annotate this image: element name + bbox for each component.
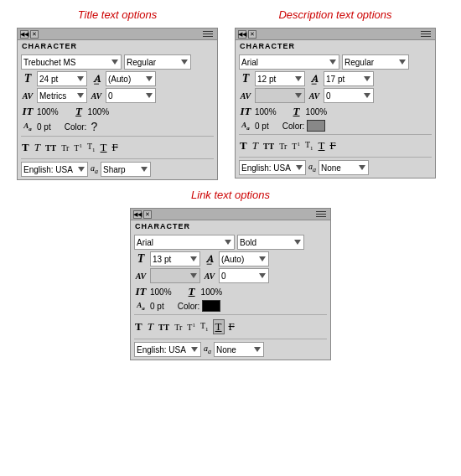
link-kerning-icon: AV <box>134 272 148 281</box>
type-btn-strikethrough[interactable]: F <box>111 141 119 154</box>
description-section-label: Description text options <box>278 8 391 21</box>
title-tracking-select[interactable]: 0 <box>106 88 156 103</box>
title-kerning-row: AV Metrics AV 0 <box>21 88 214 103</box>
divider-2 <box>21 158 214 159</box>
link-panel-header: CHARACTER <box>131 220 330 232</box>
desc-type-btn-tt[interactable]: TT <box>262 142 275 151</box>
desc-kerning-select[interactable] <box>255 88 305 103</box>
title-kerning-select[interactable]: Metrics <box>37 88 87 103</box>
link-aa-select[interactable]: None Sharp <box>214 342 264 357</box>
title-menu-icon[interactable] <box>203 30 215 39</box>
title-size-select[interactable]: 24 pt <box>37 71 87 86</box>
link-collapse-btn[interactable]: ◀◀ <box>133 210 142 219</box>
title-panel-body: Trebuchet MS Regular T 24 pt A̲ <box>18 52 217 179</box>
type-btn-tr[interactable]: Tr <box>60 143 70 153</box>
link-leading-icon: A̲ <box>203 254 216 265</box>
top-row: Title text options ◀◀ ✕ CHARACTER <box>8 8 453 180</box>
desc-type-btn-italic[interactable]: T <box>251 139 259 153</box>
link-size-select[interactable]: 13 pt <box>150 251 200 266</box>
desc-baseline-icon: Aa <box>239 121 252 132</box>
link-type-btn-tt[interactable]: TT <box>158 323 170 332</box>
link-type-btn-italic[interactable]: T <box>147 320 154 334</box>
title-lang-select[interactable]: English: USA <box>21 162 88 177</box>
link-leading-select[interactable]: (Auto) <box>219 251 269 266</box>
desc-font-select[interactable]: Arial <box>239 54 339 70</box>
desc-aa-label: aa <box>308 162 316 173</box>
desc-size-select[interactable]: 12 pt <box>255 71 305 86</box>
type-btn-underline[interactable]: T <box>100 141 108 154</box>
desc-divider-1 <box>239 134 432 135</box>
desc-collapse-btn[interactable]: ◀◀ <box>238 30 246 39</box>
title-char-panel: ◀◀ ✕ CHARACTER Trebuchet MS <box>17 28 218 180</box>
desc-scale-h-val: 100% <box>306 107 328 116</box>
scale-v-icon: IT <box>21 105 34 118</box>
title-close-btn[interactable]: ✕ <box>30 30 39 39</box>
link-color-swatch[interactable] <box>202 300 220 312</box>
desc-lang-row: English: USA aa None Sharp <box>239 160 432 175</box>
link-close-btn[interactable]: ✕ <box>143 210 152 219</box>
desc-tracking-select[interactable]: 0 <box>324 88 374 103</box>
desc-type-btn-bold[interactable]: T <box>239 139 248 153</box>
desc-type-btn-tsub[interactable]: T1 <box>304 140 314 152</box>
link-type-btn-tsub[interactable]: T1 <box>199 321 210 333</box>
desc-type-btn-tr[interactable]: Tr <box>278 142 287 151</box>
desc-menu-icon[interactable] <box>421 30 433 39</box>
link-lang-select[interactable]: English: USA <box>134 342 201 357</box>
title-section: Title text options ◀◀ ✕ CHARACTER <box>17 8 218 180</box>
title-collapse-btn[interactable]: ◀◀ <box>20 30 28 39</box>
desc-aa-select[interactable]: None Sharp <box>319 160 369 175</box>
link-type-btn-bold[interactable]: T <box>134 320 143 334</box>
link-baseline-row: Aa 0 pt Color: <box>134 300 327 312</box>
link-lang-row: English: USA aa None Sharp <box>134 342 327 357</box>
link-section: Link text options ◀◀ ✕ CHARACTER <box>130 189 331 360</box>
desc-titlebar: ◀◀ ✕ <box>236 28 435 40</box>
link-type-btn-tsup[interactable]: T1 <box>186 322 196 332</box>
link-color-label: Color: <box>178 302 200 311</box>
link-baseline-val: 0 pt <box>150 302 164 311</box>
desc-close-btn[interactable]: ✕ <box>248 30 256 39</box>
link-kerning-select[interactable] <box>150 268 200 283</box>
title-style-select[interactable]: Regular <box>124 54 191 70</box>
title-aa-select[interactable]: Sharp None Crisp Strong Smooth <box>101 162 151 177</box>
link-type-btn-tr[interactable]: Tr <box>174 323 183 332</box>
desc-type-btn-underline[interactable]: T <box>318 139 326 153</box>
type-btn-tsub[interactable]: T1 <box>86 142 96 153</box>
leading-icon: A̲ <box>90 74 103 85</box>
title-section-label: Title text options <box>78 8 158 21</box>
title-size-row: T 24 pt A̲ (Auto) <box>21 71 214 86</box>
desc-leading-icon: A̲ <box>308 74 321 85</box>
title-type-styles: T T TT Tr T1 T1 T F <box>21 139 214 156</box>
link-divider-1 <box>134 314 327 315</box>
desc-lang-select[interactable]: English: USA <box>239 160 306 175</box>
desc-scale-v-icon: IT <box>239 105 252 118</box>
desc-color-swatch[interactable] <box>307 120 325 132</box>
title-controls: ◀◀ ✕ <box>20 30 39 39</box>
title-baseline-val: 0 pt <box>37 122 51 132</box>
type-btn-bold[interactable]: T <box>21 141 30 154</box>
title-panel-header: CHARACTER <box>18 40 217 52</box>
desc-type-styles: T T TT Tr T1 T1 T F <box>239 137 432 154</box>
link-aa-label: aa <box>204 344 211 355</box>
title-color-swatch[interactable]: ? <box>89 120 99 133</box>
desc-style-select[interactable]: Regular <box>342 54 409 70</box>
desc-tracking-icon: AV <box>308 91 321 101</box>
type-btn-tsup[interactable]: T1 <box>73 142 83 153</box>
link-style-select[interactable]: Bold <box>237 235 304 250</box>
title-font-select[interactable]: Trebuchet MS <box>21 54 122 70</box>
desc-panel-body: Arial Regular T 12 pt A̲ <box>236 52 435 178</box>
link-menu-icon[interactable] <box>316 210 328 219</box>
type-btn-italic[interactable]: T <box>34 141 41 154</box>
desc-type-btn-strikethrough[interactable]: F <box>329 139 337 153</box>
desc-leading-select[interactable]: 17 pt <box>324 71 374 86</box>
link-char-panel: ◀◀ ✕ CHARACTER Arial Bold <box>130 208 331 360</box>
link-type-btn-strikethrough[interactable]: F <box>228 320 236 334</box>
title-leading-select[interactable]: (Auto) <box>106 71 156 86</box>
link-type-btn-underline[interactable]: T <box>213 319 225 334</box>
type-btn-tt[interactable]: TT <box>44 143 57 153</box>
desc-font-row: Arial Regular <box>239 54 432 70</box>
link-tracking-select[interactable]: 0 <box>219 268 269 283</box>
link-font-select[interactable]: Arial <box>134 235 235 250</box>
desc-type-btn-tsup[interactable]: T1 <box>291 141 301 151</box>
link-baseline-icon: Aa <box>134 301 148 312</box>
tracking-icon: AV <box>90 91 103 101</box>
